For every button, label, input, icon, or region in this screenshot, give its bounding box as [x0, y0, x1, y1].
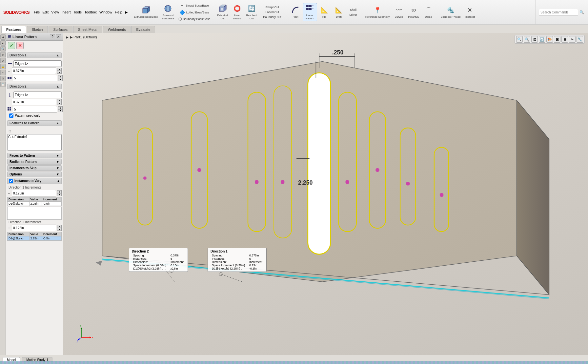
tab-evaluate[interactable]: Evaluate: [131, 26, 155, 33]
toolbar-revolved-boss-base[interactable]: RevolvedBoss/Base: [160, 3, 176, 21]
dir2-count-up[interactable]: ▲: [58, 106, 63, 109]
feature-icon-row: ⊡: [7, 128, 62, 133]
menu-insert[interactable]: Insert: [62, 10, 71, 14]
toolbar-swept-boss-base[interactable]: 〰 Swept Boss/Base: [176, 2, 213, 9]
instances-to-vary-checkbox[interactable]: [9, 179, 13, 183]
panel-header-icons: ? ✕: [50, 34, 61, 39]
toolbar-swept-cut[interactable]: Swept Cut: [259, 5, 285, 10]
dir2-count-row: ▲ ▼: [7, 106, 62, 112]
search-commands-input[interactable]: [539, 9, 578, 15]
toolbar-draft[interactable]: 📐 Draft: [332, 5, 346, 19]
dir2-spacing-val: 0.375in: [169, 254, 185, 257]
dir2-spacing-input[interactable]: [12, 99, 56, 105]
dir1-increment-down[interactable]: ▼: [57, 193, 62, 196]
toolbar-boundary-boss-base[interactable]: ⬡ Boundary Boss/Base: [176, 16, 213, 22]
dir1-spacing-spinner: ▲ ▼: [57, 68, 62, 74]
side-btn-7[interactable]: ≡: [0, 70, 6, 75]
dir2-increment-up[interactable]: ▲: [57, 225, 62, 228]
options-header[interactable]: Options ▼: [7, 172, 62, 177]
toolbar-instant3d[interactable]: 3D Instant3D: [406, 5, 421, 19]
dir1-spacing-up[interactable]: ▲: [57, 68, 62, 71]
dir1-count-input[interactable]: [13, 75, 57, 81]
menu-window[interactable]: Window: [99, 10, 112, 14]
pattern-seed-checkbox[interactable]: [9, 113, 13, 118]
dir1-count-up[interactable]: ▲: [58, 75, 63, 78]
dir1-count-down[interactable]: ▼: [58, 78, 63, 81]
toolbar-linear-pattern[interactable]: LinearPattern: [303, 3, 317, 21]
dir2-spacing-up[interactable]: ▲: [57, 99, 62, 102]
menu-arrow[interactable]: ▶: [125, 10, 128, 14]
dir1-edge-input[interactable]: [13, 60, 62, 67]
toolbar-reference-geometry[interactable]: 📍 Reference Geometry: [363, 5, 392, 19]
instances-to-vary-header[interactable]: Instances to Vary ▲: [7, 178, 62, 184]
side-btn-3[interactable]: 🔍: [0, 46, 6, 51]
tab-sheet-metal[interactable]: Sheet Metal: [73, 26, 102, 33]
inc-cell: -0.5in: [42, 202, 61, 206]
menu-file[interactable]: File: [34, 10, 40, 14]
side-btn-4[interactable]: ★: [0, 52, 6, 57]
toolbar-lofted-cut[interactable]: Lofted Cut: [259, 10, 285, 14]
side-btn-8[interactable]: ⊡: [0, 76, 6, 81]
tab-surfaces[interactable]: Surfaces: [49, 26, 72, 33]
menu-help[interactable]: Help: [115, 10, 122, 14]
toolbar-shell[interactable]: Shell: [346, 8, 360, 12]
dim-table-1-row-1[interactable]: D1@Sketch 2.25in -0.5in: [8, 202, 62, 206]
dir1-spacing-down[interactable]: ▼: [57, 71, 62, 74]
dir2-edge-input[interactable]: [13, 91, 62, 98]
side-btn-9[interactable]: 📋: [0, 82, 6, 87]
dir1-increment-input[interactable]: [12, 190, 56, 196]
dir1-spacing-input[interactable]: [12, 68, 56, 74]
toolbar-boundary-cut[interactable]: Boundary Cut: [259, 15, 285, 19]
side-btn-2[interactable]: ▲: [0, 40, 6, 46]
menu-edit[interactable]: Edit: [42, 10, 49, 14]
horizontal-scrollbar[interactable]: [0, 361, 588, 364]
side-btn-5[interactable]: ⊕: [0, 58, 6, 63]
ok-button[interactable]: ✓: [8, 42, 15, 49]
tab-sketch[interactable]: Sketch: [27, 26, 48, 33]
toolbar-curves[interactable]: 〰 Curves: [392, 5, 406, 19]
toolbar-hole-wizard[interactable]: ⭕ HoleWizard: [230, 3, 244, 21]
toolbar-rib[interactable]: 📐 Rib: [317, 5, 332, 19]
tab-features[interactable]: Features: [1, 26, 26, 33]
toolbar-mirror[interactable]: Mirror: [346, 12, 360, 17]
dir2-increment-down[interactable]: ▼: [57, 228, 62, 231]
toolbar-intersect[interactable]: ✕ Intersect: [462, 5, 477, 19]
draft-icon: 📐: [334, 6, 343, 15]
dir1-increment-up[interactable]: ▲: [57, 190, 62, 193]
instances-to-skip-header[interactable]: Instances to Skip ▼: [7, 165, 62, 171]
toolbar-dome[interactable]: ⌒ Dome: [421, 5, 436, 19]
main-toolbar: SOLIDWORKS File Edit View Insert Tools T…: [0, 0, 588, 25]
direction1-header[interactable]: Direction 1 ▲: [7, 52, 62, 58]
dir2-increment-input[interactable]: [12, 225, 56, 231]
direction2-header[interactable]: Direction 2 ▲: [7, 84, 62, 89]
cancel-button[interactable]: ✕: [16, 42, 24, 49]
toolbar-revolved-cut[interactable]: 🔄 RevolvedCut: [244, 3, 259, 21]
toolbar-extruded-cut[interactable]: ExtrudedCut: [215, 3, 230, 21]
dim-table-1-empty-area: [7, 207, 62, 220]
svg-rect-24: [8, 109, 9, 111]
side-btn-6[interactable]: 🔒: [0, 64, 6, 69]
tab-weldments[interactable]: Weldments: [103, 26, 131, 33]
dir1-spaceinc-val: 0.13in: [248, 264, 264, 267]
dir2-count-down[interactable]: ▼: [58, 109, 63, 112]
menu-tools[interactable]: Tools: [73, 10, 82, 14]
toolbar-extruded-boss-base[interactable]: Extruded Boss/Base: [132, 5, 160, 19]
search-icon[interactable]: 🔍: [579, 10, 584, 14]
menu-toolbox[interactable]: Toolbox: [84, 10, 97, 14]
toolbar-lofted-boss-base[interactable]: 🔷 Lofted Boss/Base: [176, 9, 213, 16]
fillet-icon: [291, 6, 300, 15]
side-btn-1[interactable]: ◀: [0, 34, 6, 40]
dir2-spacing-down[interactable]: ▼: [57, 102, 62, 105]
toolbar-cosmetic-thread[interactable]: 🔩 Cosmetic Thread: [439, 5, 463, 19]
panel-close-btn[interactable]: ✕: [56, 34, 61, 39]
bodies-to-pattern-header[interactable]: Bodies to Pattern ▼: [7, 159, 62, 165]
toolbar-fillet[interactable]: Fillet: [288, 5, 303, 19]
dir2-count-input[interactable]: [13, 106, 57, 112]
features-to-pattern-header[interactable]: Features to Pattern ▲: [7, 120, 62, 126]
faces-to-pattern-header[interactable]: Faces to Pattern ▼: [7, 153, 62, 158]
viewport[interactable]: ▶ ▶ Part1 (Default) 🔍 🔍 ⊡ 🔄 🎨 ⊞ ⊞ ✂ 🔧: [63, 33, 588, 355]
dim-table-2-row-1[interactable]: D1@Sketch 2.25in -0.5in: [8, 236, 62, 241]
menu-view[interactable]: View: [51, 10, 59, 14]
feature-list[interactable]: Cut-Extrude1: [7, 134, 62, 151]
panel-help-btn[interactable]: ?: [50, 34, 55, 39]
